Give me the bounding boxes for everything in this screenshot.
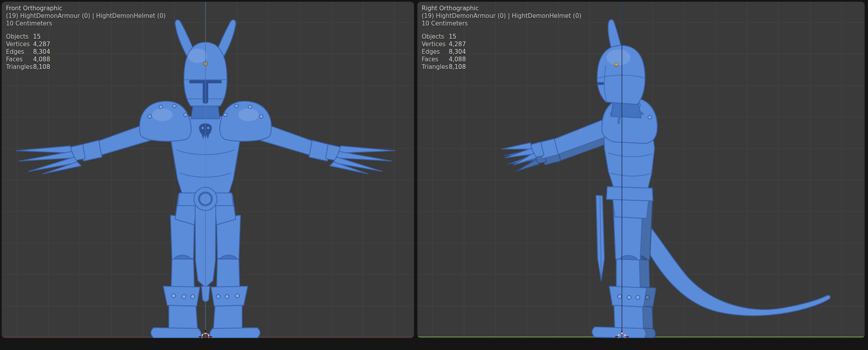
active-collection-label: (19) HightDemonArmour (0) | HightDemonHe… (422, 12, 581, 20)
stat-row-vertices: Vertices 4,287 (422, 41, 581, 48)
side-helmet[interactable] (597, 45, 645, 104)
z-axis-line (622, 2, 622, 338)
grid-scale-label: 10 Centimeters (422, 20, 581, 28)
stat-row-faces: Faces 4,088 (422, 56, 581, 63)
tail[interactable] (627, 209, 830, 316)
active-collection-label: (19) HightDemonArmour (0) | HightDemonHe… (6, 12, 166, 20)
viewport-overlay-front: Front Orthographic (19) HightDemonArmour… (6, 5, 166, 71)
scene-statistics: Objects 15 Vertices 4,287 Edges 8,304 Fa… (6, 33, 166, 71)
stat-row-faces: Faces 4,088 (6, 56, 166, 63)
stat-row-triangles: Triangles 8,108 (422, 63, 581, 71)
grid-scale-label: 10 Centimeters (6, 20, 166, 28)
viewport-overlay-right: Right Orthographic (19) HightDemonArmour… (422, 5, 581, 71)
stat-row-objects: Objects 15 (6, 33, 166, 41)
cursor-3d (197, 329, 213, 338)
side-belt[interactable] (606, 187, 653, 201)
viewport-front-orthographic[interactable]: Front Orthographic (19) HightDemonArmour… (2, 2, 414, 338)
z-axis-line (205, 2, 206, 338)
view-label: Right Orthographic (422, 5, 581, 12)
scene-statistics: Objects 15 Vertices 4,287 Edges 8,304 Fa… (422, 33, 581, 71)
stat-row-triangles: Triangles 8,108 (6, 63, 166, 71)
front-right-pauldron[interactable] (220, 101, 271, 141)
editor-bottom-border (0, 338, 868, 350)
front-left-leg[interactable] (151, 215, 201, 338)
stat-row-vertices: Vertices 4,287 (6, 41, 166, 48)
stat-row-edges: Edges 8,304 (6, 48, 166, 56)
front-right-leg[interactable] (210, 215, 260, 338)
scabbard[interactable] (596, 195, 604, 281)
stat-row-edges: Edges 8,304 (422, 48, 581, 56)
front-left-pauldron[interactable] (140, 101, 191, 141)
stat-row-objects: Objects 15 (422, 33, 581, 41)
cursor-3d (614, 329, 630, 338)
blender-dual-viewport: Front Orthographic (19) HightDemonArmour… (0, 0, 868, 350)
viewport-right-orthographic[interactable]: Right Orthographic (19) HightDemonArmour… (417, 2, 865, 338)
view-label: Front Orthographic (6, 5, 166, 12)
